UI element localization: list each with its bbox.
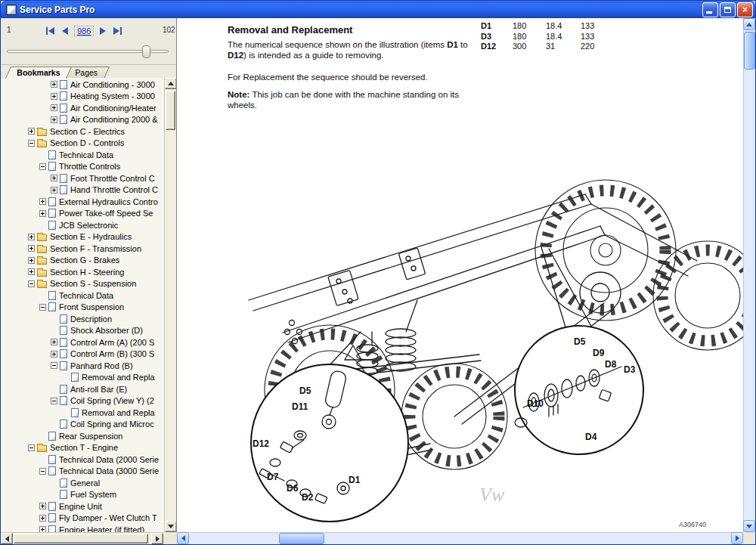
tree-item[interactable]: Removal and Repla	[1, 407, 164, 419]
tree-item[interactable]: JCB Selectronic	[1, 219, 164, 231]
scroll-left-button[interactable]	[1, 533, 13, 544]
tree-item[interactable]: Fly Damper - Wet Clutch T	[1, 512, 164, 525]
content-horizontal-scrollbar[interactable]	[177, 532, 743, 544]
tree-item[interactable]: Anti-roll Bar (E)	[1, 383, 164, 395]
collapse-icon[interactable]	[28, 280, 35, 287]
tree-item[interactable]: Description	[1, 313, 164, 325]
tree-item[interactable]: Section C - Electrics	[1, 125, 164, 138]
scroll-thumb[interactable]	[14, 534, 148, 543]
tree-item[interactable]: Air Conditioning - 3000	[1, 79, 164, 91]
minimize-button[interactable]	[702, 2, 718, 17]
expand-icon[interactable]	[28, 128, 35, 135]
last-page-button[interactable]	[112, 26, 123, 36]
previous-page-button[interactable]	[60, 26, 70, 36]
expand-icon[interactable]	[39, 526, 46, 532]
folder-icon	[37, 281, 47, 288]
tree-item[interactable]: Coil Spring and Microc	[1, 419, 164, 431]
page-slider-thumb[interactable]	[142, 45, 150, 58]
expand-icon[interactable]	[39, 515, 46, 522]
collapse-icon[interactable]	[39, 304, 46, 311]
tree-item[interactable]: Coil Spring (View Y) (2	[1, 395, 164, 407]
next-page-button[interactable]	[98, 26, 107, 36]
tree-vertical-scrollbar[interactable]	[164, 78, 176, 532]
scroll-up-button[interactable]	[165, 78, 176, 89]
expand-icon[interactable]	[51, 116, 57, 123]
tree-item[interactable]: Section F - Transmission	[1, 243, 164, 255]
collapse-icon[interactable]	[39, 163, 46, 170]
maximize-button[interactable]	[720, 2, 736, 17]
diagram-callout: D9	[593, 348, 605, 358]
expand-icon[interactable]	[51, 339, 57, 345]
collapse-icon[interactable]	[51, 398, 57, 404]
tree-item[interactable]: Technical Data (2000 Serie	[1, 454, 164, 466]
expand-icon[interactable]	[51, 351, 57, 358]
scroll-thumb[interactable]	[279, 533, 324, 544]
tree-item[interactable]: Engine Heater (if fitted)	[1, 524, 164, 532]
collapse-icon[interactable]	[51, 362, 57, 369]
scroll-right-button[interactable]	[731, 532, 743, 544]
tree-item[interactable]: Technical Data	[1, 290, 164, 302]
expand-icon[interactable]	[39, 210, 46, 217]
expand-icon[interactable]	[28, 245, 35, 252]
scroll-down-button[interactable]	[165, 521, 176, 532]
page-icon	[60, 326, 67, 335]
collapse-icon[interactable]	[28, 444, 35, 451]
expand-icon[interactable]	[51, 81, 57, 88]
tree-item[interactable]: Section H - Steering	[1, 266, 164, 278]
scroll-thumb[interactable]	[166, 91, 175, 130]
tree-item[interactable]: Removal and Repla	[1, 372, 164, 384]
current-page-link[interactable]: 986	[74, 26, 94, 36]
collapse-icon[interactable]	[28, 140, 35, 147]
expand-icon[interactable]	[51, 93, 57, 100]
expand-icon[interactable]	[39, 198, 46, 205]
scroll-up-button[interactable]	[743, 18, 755, 30]
tree-item[interactable]: Shock Absorber (D)	[1, 325, 164, 337]
scroll-left-button[interactable]	[177, 532, 189, 544]
tree-item[interactable]: Front Suspension	[1, 302, 164, 314]
scroll-down-button[interactable]	[743, 520, 755, 532]
tree-item[interactable]: Heating System - 3000	[1, 91, 164, 103]
expand-icon[interactable]	[28, 234, 35, 240]
tree-item[interactable]: Fuel System	[1, 489, 164, 501]
tree-item[interactable]: Section T - Engine	[1, 442, 164, 454]
expand-icon[interactable]	[51, 104, 57, 111]
tree-item[interactable]: External Hydraulics Contro	[1, 196, 164, 208]
tree-item[interactable]: Section D - Controls	[1, 138, 164, 150]
close-button[interactable]: ×	[737, 2, 753, 17]
tree-item[interactable]: Technical Data (3000 Serie	[1, 466, 164, 478]
page-icon	[48, 291, 56, 300]
tree-item[interactable]: Section S - Suspension	[1, 278, 164, 290]
page-slider[interactable]	[7, 50, 169, 53]
diagram-callout: D10	[527, 398, 544, 409]
tree-item[interactable]: Air Conditioning 2000 &	[1, 114, 164, 126]
expand-icon[interactable]	[51, 175, 57, 181]
tree-item[interactable]: Control Arm (B) (300 S	[1, 348, 164, 361]
tree-item[interactable]: Engine Unit	[1, 500, 164, 512]
tree-item[interactable]: Throttle Controls	[1, 161, 164, 173]
scroll-thumb[interactable]	[744, 32, 755, 70]
tree-item[interactable]: Foot Throttle Control C	[1, 172, 164, 184]
sidebar-horizontal-scrollbar[interactable]	[1, 532, 163, 544]
scroll-right-button[interactable]	[151, 533, 163, 544]
tree-item[interactable]: Control Arm (A) (200 S	[1, 336, 164, 348]
resize-corner	[743, 532, 755, 544]
tab-bookmarks[interactable]: Bookmarks	[5, 67, 72, 79]
tree-item[interactable]: Hand Throttle Control C	[1, 184, 164, 197]
tree-item[interactable]: Rear Suspension	[1, 430, 164, 442]
expand-icon[interactable]	[51, 187, 57, 194]
tree-item[interactable]: Panhard Rod (B)	[1, 360, 164, 372]
tree-item[interactable]: Air Conditioning/Heater	[1, 102, 164, 114]
tree-item[interactable]: Technical Data	[1, 149, 164, 161]
expand-icon[interactable]	[28, 257, 35, 264]
tree-item[interactable]: General	[1, 477, 164, 489]
table-cell: 300	[513, 42, 546, 52]
collapse-icon[interactable]	[39, 468, 46, 475]
tree-item[interactable]: Section G - Brakes	[1, 255, 164, 267]
first-page-button[interactable]	[45, 26, 56, 36]
expand-icon[interactable]	[28, 268, 35, 275]
content-vertical-scrollbar[interactable]	[743, 18, 755, 532]
page-icon	[71, 373, 79, 382]
tree-item[interactable]: Power Take-off Speed Se	[1, 208, 164, 220]
expand-icon[interactable]	[39, 503, 46, 509]
tree-item[interactable]: Section E - Hydraulics	[1, 231, 164, 243]
